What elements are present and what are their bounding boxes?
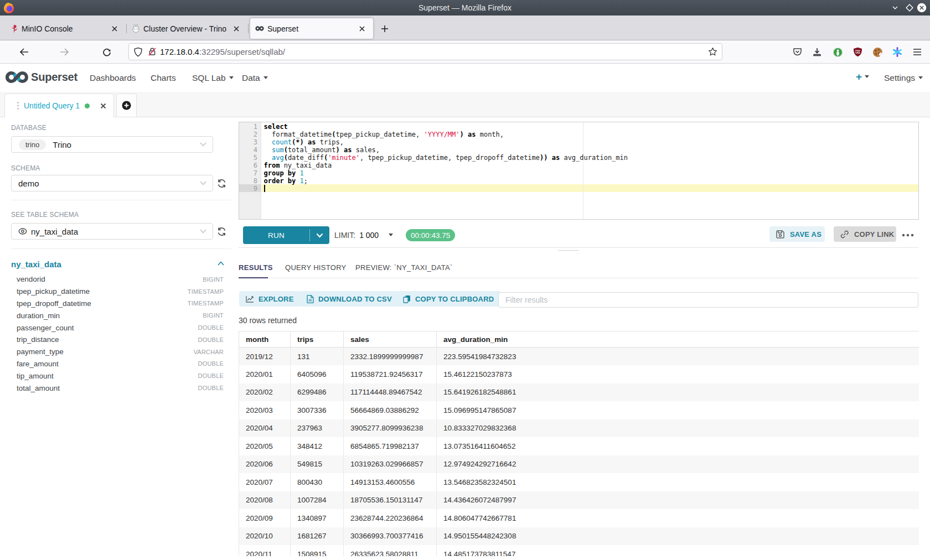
tab-results[interactable]: RESULTS [239, 263, 273, 272]
results-row: 2020/026299486117114448.8946754215.64192… [239, 383, 919, 402]
url-bar[interactable]: 172.18.0.4:32295/superset/sqllab/ [128, 43, 722, 60]
new-tab-button[interactable] [378, 22, 391, 35]
results-row: 2020/0654981510319263.02996685712.974924… [239, 455, 919, 474]
query-tab-active[interactable]: Untitled Query 1 [4, 94, 114, 117]
code-line-2: format_datetime(tpep_pickup_datetime, 'Y… [264, 131, 504, 138]
limit-control[interactable]: LIMIT: 1 000 [334, 226, 393, 244]
results-row: 2020/10168126730366993.70037741614.95015… [239, 527, 919, 546]
column-type: BIGINT [203, 276, 224, 283]
forward-button[interactable] [58, 45, 71, 59]
extension-green-icon[interactable] [831, 45, 844, 59]
superset-brand[interactable]: Superset [31, 71, 78, 84]
tab-separator [126, 24, 127, 33]
more-options-icon[interactable] [902, 231, 914, 240]
browser-tab-superset[interactable]: Superset [250, 18, 373, 39]
schema-column-row: passenger_countDOUBLE [17, 322, 224, 334]
query-tab-add-button[interactable] [116, 94, 137, 117]
drag-handle-icon[interactable] [17, 101, 19, 110]
nav-add-button[interactable]: + [856, 71, 869, 83]
window-minimize-button[interactable] [890, 3, 900, 13]
tab-query-history[interactable]: QUERY HISTORY [285, 263, 347, 272]
results-column-header[interactable]: avg_duration_min [437, 331, 919, 348]
browser-tab-close-icon[interactable] [108, 22, 121, 35]
trino-bunny-icon [131, 24, 140, 33]
tracking-shield-icon[interactable] [133, 47, 143, 57]
extension-asterisk-icon[interactable] [891, 45, 904, 59]
run-dropdown-button[interactable] [310, 226, 329, 244]
results-column-header[interactable]: month [239, 331, 291, 348]
lock-disabled-icon[interactable] [148, 47, 157, 56]
table-select[interactable]: ny_taxi_data [11, 223, 213, 240]
results-cell: 14.806047742667781 [437, 509, 919, 527]
schema-column-row: trip_distanceDOUBLE [17, 334, 224, 346]
results-column-header[interactable]: trips [291, 331, 344, 348]
download-csv-button[interactable]: DOWNLOAD TO CSV [300, 291, 399, 307]
column-name: tpep_dropoff_datetime [17, 299, 188, 308]
save-as-button[interactable]: SAVE AS [769, 226, 825, 242]
run-button-label[interactable]: RUN [243, 226, 309, 244]
ublock-icon[interactable]: UO [851, 45, 864, 59]
editor-code-area[interactable]: select format_datetime(tpep_pickup_datet… [262, 122, 918, 219]
explore-button[interactable]: EXPLORE [239, 291, 301, 307]
schema-value: demo [18, 179, 39, 188]
code-line-4: sum(total_amount) as sales, [264, 146, 380, 154]
tab-preview[interactable]: PREVIEW: `NY_TAXI_DATA` [355, 263, 453, 272]
schema-select[interactable]: demo [11, 175, 213, 191]
url-text[interactable]: 172.18.0.4:32295/superset/sqllab/ [160, 47, 285, 56]
chevron-down-icon [200, 229, 206, 234]
run-button[interactable]: RUN [243, 226, 329, 244]
schema-label: SCHEMA [11, 164, 40, 172]
caret-down-icon[interactable] [389, 234, 393, 236]
copy-link-button[interactable]: COPY LINK [834, 226, 896, 242]
code-line-1: select [264, 123, 288, 131]
refresh-table-icon[interactable] [216, 226, 227, 237]
window-maximize-button[interactable] [905, 3, 914, 13]
schema-column-row: vendoridBIGINT [17, 273, 224, 286]
copy-clipboard-button[interactable]: COPY TO CLIPBOARD [396, 291, 501, 307]
back-button[interactable] [17, 45, 30, 59]
nav-dashboards[interactable]: Dashboards [90, 73, 136, 83]
results-cell: 30366993.700377416 [344, 527, 437, 546]
database-select[interactable]: trino Trino [11, 136, 213, 153]
gutter-line-number: 1 [241, 123, 257, 131]
nav-charts[interactable]: Charts [151, 73, 176, 83]
divider [11, 248, 231, 249]
chevron-up-icon[interactable] [218, 261, 224, 266]
gutter-line-number: 9 [241, 185, 257, 193]
downloads-icon[interactable] [810, 45, 824, 59]
window-titlebar: Superset — Mozilla Firefox [0, 0, 930, 15]
browser-tab-minio-console[interactable]: MinIO Console [4, 18, 126, 39]
cookie-icon[interactable] [871, 45, 884, 59]
superset-logo[interactable] [6, 71, 28, 83]
results-cell: 800430 [291, 473, 344, 491]
bookmark-star-icon[interactable] [708, 47, 717, 56]
schema-column-row: duration_minBIGINT [17, 309, 224, 322]
save-icon [776, 230, 785, 239]
query-tab-close-icon[interactable] [97, 100, 108, 111]
refresh-schema-icon[interactable] [216, 178, 227, 189]
column-name: passenger_count [17, 324, 198, 332]
results-cell: 549815 [291, 455, 344, 474]
nav-settings[interactable]: Settings [884, 73, 923, 83]
schema-column-row: tpep_dropoff_datetimeTIMESTAMP [17, 298, 224, 310]
sql-editor[interactable]: 123456789 select format_datetime(tpep_pi… [239, 122, 919, 220]
results-cell: 1681267 [291, 527, 344, 546]
reload-button[interactable] [100, 45, 113, 59]
code-line-6: from ny_taxi_data [264, 162, 332, 169]
browser-toolbar: 172.18.0.4:32295/superset/sqllab/ UO [0, 40, 930, 64]
menu-hamburger-icon[interactable] [911, 45, 924, 59]
column-type: VARCHAR [194, 349, 224, 355]
browser-tab-close-icon[interactable] [355, 22, 369, 35]
browser-tab-close-icon[interactable] [230, 22, 243, 35]
active-tab-underline [239, 277, 268, 278]
nav-data[interactable]: Data [242, 73, 268, 83]
column-name: vendorid [17, 275, 203, 283]
table-schema-header[interactable]: ny_taxi_data [11, 260, 61, 269]
results-cell: 2020/03 [239, 401, 291, 419]
pocket-icon[interactable] [790, 45, 804, 59]
filter-results-input[interactable] [498, 292, 918, 308]
window-close-button[interactable] [917, 3, 927, 13]
browser-tab-cluster-overview-trino[interactable]: Cluster Overview - Trino [126, 18, 247, 39]
nav-sql-lab[interactable]: SQL Lab [192, 73, 234, 83]
results-column-header[interactable]: sales [344, 331, 437, 348]
